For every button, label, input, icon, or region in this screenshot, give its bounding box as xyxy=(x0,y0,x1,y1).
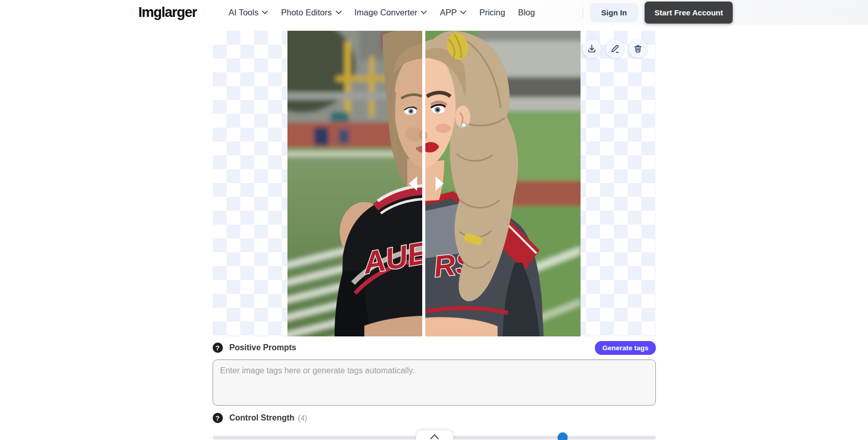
nav-item-pricing[interactable]: Pricing xyxy=(479,8,505,17)
logo[interactable]: Imglarger xyxy=(138,5,197,21)
control-strength-row: ? Control Strength (4) xyxy=(213,412,656,424)
image-comparison[interactable]: AUE xyxy=(287,31,581,336)
delete-button[interactable] xyxy=(629,39,647,58)
delete-icon xyxy=(633,44,643,54)
nav-label: Pricing xyxy=(479,8,505,17)
generate-tags-button[interactable]: Generate tags xyxy=(595,341,655,355)
chevron-down-icon xyxy=(262,10,268,14)
edit-icon xyxy=(610,44,620,54)
transparency-canvas: AUE xyxy=(213,31,656,336)
slider-thumb[interactable] xyxy=(557,432,568,440)
image-actions xyxy=(583,39,647,58)
chevron-down-icon xyxy=(460,10,466,14)
main-nav: AI Tools Photo Editors Image Converter A… xyxy=(229,8,535,17)
nav-right-group: Sign In Start Free Account xyxy=(583,2,733,24)
nav-divider xyxy=(583,7,583,17)
control-strength-value: (4) xyxy=(298,414,307,422)
nav-label: Photo Editors xyxy=(281,8,332,17)
chevron-down-icon xyxy=(421,10,427,14)
nav-item-blog[interactable]: Blog xyxy=(518,8,535,17)
sign-in-button[interactable]: Sign In xyxy=(590,3,638,22)
control-strength-label: Control Strength xyxy=(230,413,295,423)
nav-label: Blog xyxy=(518,8,535,17)
nav-item-photo-editors[interactable]: Photo Editors xyxy=(281,8,341,17)
nav-item-app[interactable]: APP xyxy=(440,8,466,17)
download-button[interactable] xyxy=(583,39,601,58)
question-mark-icon[interactable]: ? xyxy=(213,343,223,353)
prompts-textarea[interactable] xyxy=(213,359,656,406)
nav-item-ai-tools[interactable]: AI Tools xyxy=(229,8,268,17)
positive-prompts-row: ? Positive Prompts Generate tags xyxy=(213,341,656,355)
positive-prompts-label: Positive Prompts xyxy=(230,343,297,352)
comparison-art: AUE xyxy=(287,31,581,336)
nav-label: AI Tools xyxy=(229,8,258,17)
edit-button[interactable] xyxy=(606,39,624,58)
collapse-panel-button[interactable] xyxy=(416,430,453,440)
nav-label: APP xyxy=(440,8,457,17)
chevron-up-icon xyxy=(430,434,439,439)
nav-item-image-converter[interactable]: Image Converter xyxy=(355,8,427,17)
top-nav-bar: Imglarger AI Tools Photo Editors Image C… xyxy=(0,0,868,25)
chevron-down-icon xyxy=(336,10,342,14)
main-column: AUE xyxy=(213,31,656,440)
start-free-account-button[interactable]: Start Free Account xyxy=(645,2,733,24)
nav-label: Image Converter xyxy=(355,8,418,17)
question-mark-icon[interactable]: ? xyxy=(213,413,223,423)
download-icon xyxy=(587,44,597,54)
